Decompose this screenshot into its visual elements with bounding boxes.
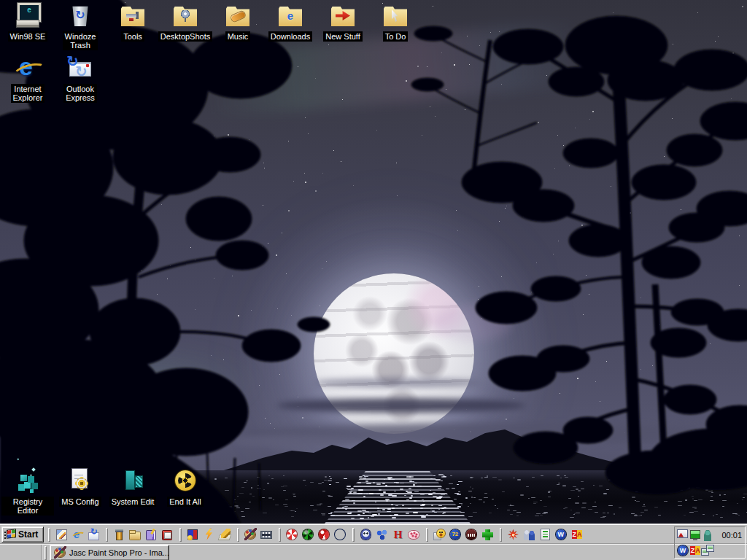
desktop-icon-label: Registry Editor	[1, 497, 54, 516]
quicklaunch-molecule-icon[interactable]	[376, 529, 388, 541]
quicklaunch-green-cross-icon[interactable]	[481, 529, 494, 541]
start-label: Start	[18, 527, 38, 542]
desktop-icon-system-edit[interactable]: System Edit	[107, 468, 159, 516]
desktop-icon-windoze-trash[interactable]: WindozeTrash	[54, 3, 107, 50]
desktop-icon-label: MS Config	[59, 497, 101, 507]
msconfig-icon	[67, 468, 93, 494]
desktop-icon-ms-config[interactable]: MS Config	[54, 468, 107, 516]
tray-screen-resolution-icon[interactable]	[689, 529, 701, 541]
quicklaunch-skull-icon[interactable]	[360, 529, 372, 541]
toolbar-drag-handle[interactable]	[279, 528, 281, 542]
desktop-icons-second-row: InternetExplorerOutlookExpress	[1, 55, 107, 103]
folder-camera-icon	[172, 3, 198, 29]
computer-icon	[15, 3, 41, 29]
toolbar-drag-handle[interactable]	[179, 528, 182, 542]
desktop-icon-label: System Edit	[109, 497, 157, 507]
quicklaunch-starburst-icon[interactable]	[507, 529, 519, 541]
desktop-icon-registry-editor[interactable]: Registry Editor	[1, 468, 54, 516]
toolbar-drag-handle[interactable]	[352, 528, 355, 542]
desktop-icon-desktopshots[interactable]: DesktopShots	[159, 3, 212, 50]
desktop-icon-label: Downloads	[268, 31, 312, 42]
quicklaunch-show-desktop-icon[interactable]	[55, 529, 68, 541]
quicklaunch-globe-icon[interactable]	[334, 529, 347, 541]
quicklaunch-webshots-icon[interactable]	[555, 529, 568, 541]
quicklaunch-icq-message-icon[interactable]	[433, 529, 446, 541]
quicklaunch-red-h-icon[interactable]	[392, 529, 404, 541]
quicklaunch-notepad-icon[interactable]	[161, 529, 174, 541]
radiation-icon	[172, 468, 198, 494]
desktop-icon-downloads[interactable]: Downloads	[264, 3, 317, 50]
desktop-icon-internet-explorer[interactable]: InternetExplorer	[1, 55, 54, 103]
folder-ie-icon	[277, 3, 303, 29]
quicklaunch-paint-shop-pro-icon[interactable]	[244, 529, 257, 541]
taskbar-clock[interactable]: 00:01	[721, 529, 743, 541]
recycle-bin-icon	[67, 3, 93, 29]
tray-webshots-icon[interactable]	[677, 545, 689, 556]
tray-messenger-icon[interactable]	[702, 529, 713, 541]
quick-launch-bar	[44, 528, 585, 542]
tray-zonealarm-icon[interactable]	[689, 545, 701, 556]
start-button[interactable]: Start	[1, 526, 44, 542]
taskbar-top-row: Start	[0, 526, 673, 543]
windows-flag-icon	[4, 529, 16, 540]
quicklaunch-organizer-icon[interactable]	[145, 529, 158, 541]
toolbar-drag-handle[interactable]	[48, 528, 50, 542]
desktop-icon-tools[interactable]: Tools	[107, 3, 159, 50]
tray-display-adapter-icon[interactable]	[677, 529, 689, 541]
toolbar-drag-handle[interactable]	[426, 528, 428, 542]
tray-network-icon[interactable]	[702, 545, 713, 556]
desktop-icon-end-it-all[interactable]: End It All	[159, 468, 212, 516]
quicklaunch-folder-icon[interactable]	[129, 529, 142, 541]
toolbar-drag-handle[interactable]	[106, 528, 108, 542]
folder-tools-icon	[120, 3, 146, 29]
quicklaunch-list-document-icon[interactable]	[539, 529, 551, 541]
task-buttons: Jasc Paint Shop Pro - Ima...	[50, 545, 169, 560]
taskbar: Start Jasc Paint Shop Pro - Ima... 00:01	[0, 524, 747, 560]
quicklaunch-checkered-ball-icon[interactable]	[302, 529, 314, 541]
toolbar-drag-handle[interactable]	[44, 546, 47, 560]
desktop-icon-win98-se[interactable]: Win98 SE	[1, 3, 54, 50]
quicklaunch-internet-explorer-icon[interactable]	[71, 529, 84, 541]
desktop-icon-label: New Stuff	[323, 31, 363, 42]
quicklaunch-pinwheel-icon[interactable]	[286, 529, 298, 541]
desktop-icon-music[interactable]: Music	[212, 3, 264, 50]
desktop-icon-label: End It All	[167, 497, 203, 507]
tree-silhouettes	[0, 0, 747, 524]
quicklaunch-quill-icon[interactable]	[219, 529, 231, 541]
quicklaunch-red-swirl-ball-icon[interactable]	[318, 529, 330, 541]
desktop-icon-outlook-express[interactable]: OutlookExpress	[54, 55, 107, 103]
desktop-icon-label: InternetExplorer	[11, 84, 45, 103]
system-tray: 00:01	[674, 526, 746, 559]
desktop: Win98 SEWindozeTrashToolsDesktopShotsMus…	[0, 0, 747, 560]
toolbar-separator	[41, 545, 42, 560]
quicklaunch-outlook-express-sm-icon[interactable]	[88, 529, 100, 541]
toolbar-drag-handle[interactable]	[500, 528, 502, 542]
quicklaunch-people-icon[interactable]	[523, 529, 535, 541]
quicklaunch-jaws-icon[interactable]	[465, 529, 478, 541]
desktop-icon-new-stuff[interactable]: New Stuff	[317, 3, 369, 50]
desktop-icon-to-do[interactable]: To Do	[369, 3, 422, 50]
tray-row-1: 00:01	[677, 529, 743, 541]
desktop-icon-label: To Do	[383, 31, 409, 42]
sysedit-icon	[120, 468, 146, 494]
desktop-icon-label: OutlookExpress	[63, 84, 97, 103]
task-button-label: Jasc Paint Shop Pro - Ima...	[69, 545, 169, 560]
desktop-icon-label: Music	[225, 31, 251, 42]
desktop-icons-bottom-row: Registry EditorMS ConfigSystem EditEnd I…	[1, 468, 212, 516]
taskbar-buttons-row: Jasc Paint Shop Pro - Ima...	[41, 545, 169, 560]
ie-icon	[15, 55, 41, 82]
quicklaunch-winzip-icon[interactable]	[113, 529, 125, 541]
quicklaunch-seventy-two-icon[interactable]	[449, 529, 462, 541]
toolbar-drag-handle[interactable]	[237, 528, 239, 542]
quicklaunch-lightning-icon[interactable]	[203, 529, 215, 541]
task-button-paint-shop-pro[interactable]: Jasc Paint Shop Pro - Ima...	[50, 545, 169, 560]
quicklaunch-arcade-game-icon[interactable]	[187, 529, 199, 541]
folder-music-icon	[225, 3, 251, 29]
desktop-icon-label: WindozeTrash	[63, 31, 98, 50]
tray-row-2	[677, 544, 743, 556]
quicklaunch-zonealarm-icon[interactable]	[571, 529, 584, 541]
quicklaunch-pink-grille-icon[interactable]	[408, 529, 420, 541]
desktop-icon-label: Tools	[121, 31, 144, 42]
quicklaunch-animation-shop-icon[interactable]	[260, 529, 273, 541]
desktop-icon-label: DesktopShots	[158, 31, 212, 42]
